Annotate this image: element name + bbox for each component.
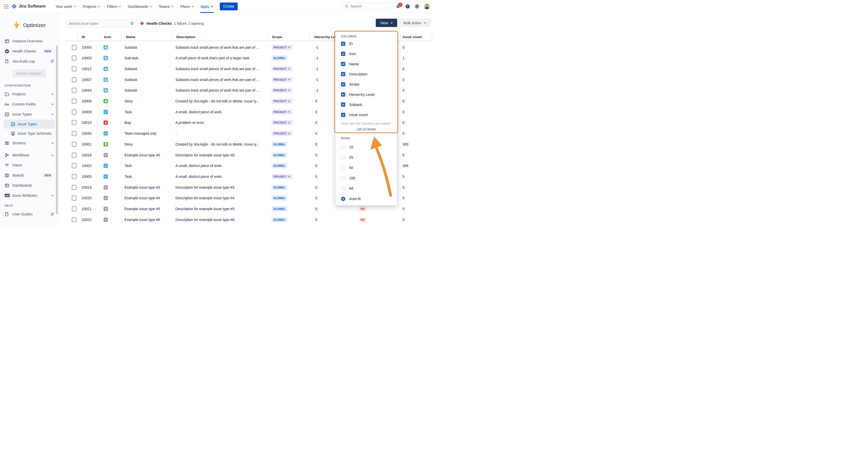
sidebar-scrollbar[interactable] xyxy=(56,46,58,214)
filter-icon xyxy=(4,163,12,168)
scope-badge[interactable]: PROJECT xyxy=(272,66,292,72)
rows-option-all[interactable]: All xyxy=(341,184,394,194)
cell-id: 10021 xyxy=(82,207,92,211)
row-checkbox[interactable] xyxy=(72,120,76,125)
nav-item-plans[interactable]: Plans xyxy=(181,0,194,13)
sidebar-item-issue-types[interactable]: Issue Types xyxy=(3,119,55,129)
column-header-icon[interactable]: Icon xyxy=(104,35,111,39)
rows-option-25[interactable]: 25 xyxy=(341,152,394,163)
health-checks-status[interactable]: Health Checks 1 failure, 1 warning xyxy=(140,21,204,26)
let-us-know-link[interactable]: Let us know xyxy=(336,127,397,131)
settings-button[interactable] xyxy=(414,4,420,9)
nav-item-teams[interactable]: Teams xyxy=(159,0,174,13)
sidebar-item-user-guides[interactable]: User Guides xyxy=(0,209,59,219)
row-checkbox[interactable] xyxy=(72,110,76,114)
column-header-name[interactable]: Name xyxy=(126,35,135,39)
row-checkbox[interactable] xyxy=(72,163,76,168)
help-button[interactable]: ? xyxy=(405,4,410,9)
create-button[interactable]: Create xyxy=(220,2,238,10)
row-checkbox[interactable] xyxy=(72,131,76,136)
scope-badge[interactable]: PROJECT xyxy=(272,110,292,114)
column-divider[interactable] xyxy=(100,34,100,39)
rows-option-auto-fit[interactable]: Auto-fit xyxy=(341,194,394,204)
bulk-action-button[interactable]: Bulk action xyxy=(399,19,431,27)
nav-item-your-work[interactable]: Your work xyxy=(56,0,76,13)
rows-option-100[interactable]: 100 xyxy=(341,173,394,183)
column-header-scope[interactable]: Scope xyxy=(272,35,282,39)
global-search-input[interactable]: Search xyxy=(342,3,392,10)
row-checkbox[interactable] xyxy=(72,217,76,222)
column-divider[interactable] xyxy=(432,34,432,39)
row-checkbox[interactable] xyxy=(72,185,76,190)
row-checkbox[interactable] xyxy=(72,152,76,158)
sidebar-item-health-checks[interactable]: Health ChecksNEW xyxy=(0,46,59,56)
scope-badge[interactable]: PROJECT xyxy=(272,88,292,93)
sidebar-item-jira-audit-log[interactable]: Jira Audit Log xyxy=(0,56,59,66)
new-badge: NEW xyxy=(43,49,53,53)
column-toggle-issue-count[interactable]: Issue count xyxy=(341,110,394,120)
scope-badge[interactable]: PROJECT xyxy=(272,131,292,136)
cell-issue-count: 300 xyxy=(403,142,408,146)
row-checkbox[interactable] xyxy=(72,142,76,147)
column-toggle-description[interactable]: Description xyxy=(341,69,394,79)
column-toggle-scope[interactable]: Scope xyxy=(341,79,394,89)
row-checkbox[interactable] xyxy=(72,77,76,82)
scope-badge[interactable]: PROJECT xyxy=(272,45,292,50)
row-checkbox[interactable] xyxy=(72,98,76,104)
column-divider[interactable] xyxy=(172,34,172,39)
sidebar-item-issue-types[interactable]: Issue Types xyxy=(0,109,59,119)
row-checkbox[interactable] xyxy=(72,66,76,72)
sidebar-item-instance-overview[interactable]: Instance Overview xyxy=(0,36,59,46)
issue-type-search-input[interactable]: Search issue types xyxy=(66,20,136,27)
column-divider[interactable] xyxy=(310,34,310,39)
sidebar-item-filters[interactable]: Filters xyxy=(0,160,59,170)
rows-option-10[interactable]: 10 xyxy=(341,142,394,152)
column-toggle-id[interactable]: ID xyxy=(341,38,394,49)
row-checkbox[interactable] xyxy=(72,88,76,93)
nav-item-apps[interactable]: Apps xyxy=(200,0,213,13)
row-checkbox[interactable] xyxy=(72,45,76,50)
sidebar-item-issue-type-schemes[interactable]: Issue Type Schemes xyxy=(0,129,59,138)
clear-search-icon[interactable] xyxy=(130,22,134,25)
scope-badge[interactable]: PROJECT xyxy=(272,174,292,179)
scope-badge[interactable]: PROJECT xyxy=(272,120,292,125)
scope-badge[interactable]: PROJECT xyxy=(272,98,292,104)
sidebar-item-issue-attributes[interactable]: ABCIssue Attributes xyxy=(0,191,59,200)
column-toggle-icon[interactable]: Icon xyxy=(341,49,394,59)
notifications-button[interactable]: 1 xyxy=(396,4,401,9)
nav-item-label: Your work xyxy=(56,4,72,8)
column-header-id[interactable]: ID xyxy=(82,35,85,39)
sidebar-item-custom-fields[interactable]: AaCustom Fields xyxy=(0,99,59,109)
column-toggle-name[interactable]: Name xyxy=(341,59,394,69)
column-divider[interactable] xyxy=(401,34,401,39)
row-checkbox[interactable] xyxy=(72,174,76,179)
nav-item-projects[interactable]: Projects xyxy=(83,0,100,13)
sidebar-item-workflows[interactable]: Workflows xyxy=(0,150,59,160)
sidebar-item-screens[interactable]: Screens xyxy=(0,138,59,148)
column-toggle-subtask[interactable]: Subtask xyxy=(341,100,394,110)
sidebar-item-boards[interactable]: BoardsNEW xyxy=(0,170,59,180)
review-changes-button[interactable]: Review changes xyxy=(12,69,46,78)
column-divider[interactable] xyxy=(121,34,121,39)
nav-item-filters[interactable]: Filters xyxy=(107,0,121,13)
column-divider[interactable] xyxy=(78,34,78,39)
avatar[interactable] xyxy=(424,3,430,9)
row-checkbox[interactable] xyxy=(72,196,76,200)
rows-option-50[interactable]: 50 xyxy=(341,163,394,173)
sidebar-item-projects[interactable]: Projects xyxy=(0,89,59,99)
boards-icon xyxy=(4,173,12,178)
main-content: Search issue types Health Checks 1 failu… xyxy=(59,13,434,225)
app-switcher-icon[interactable] xyxy=(4,4,8,8)
column-divider[interactable] xyxy=(268,34,268,39)
column-toggle-hierarchy-level[interactable]: Hierarchy Level xyxy=(341,89,394,100)
jira-logo[interactable]: Jira Software xyxy=(11,3,45,9)
column-toggle-label: ID xyxy=(349,41,353,46)
row-checkbox[interactable] xyxy=(72,206,76,212)
column-header-issue-count[interactable]: Issue count xyxy=(403,35,422,39)
row-checkbox[interactable] xyxy=(72,56,76,60)
column-header-description[interactable]: Description xyxy=(177,35,195,39)
scope-badge[interactable]: PROJECT xyxy=(272,77,292,82)
view-button[interactable]: View xyxy=(376,19,397,27)
sidebar-item-dashboards[interactable]: Dashboards xyxy=(0,180,59,191)
nav-item-dashboards[interactable]: Dashboards xyxy=(128,0,152,13)
